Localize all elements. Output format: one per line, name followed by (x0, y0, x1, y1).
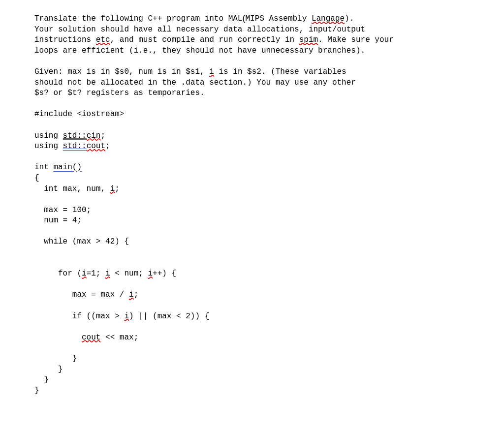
line-2: Your solution should have all necessary … (34, 25, 365, 34)
code-close4: } (34, 386, 39, 395)
code-if: if ((max > i) || (max < 2)) { (34, 312, 209, 321)
code-include: #include <iostream> (34, 110, 124, 119)
code-while: while (max > 42) { (34, 237, 129, 246)
code-using-cout: using std::cout; (34, 142, 110, 151)
line-1: Translate the following C++ program into… (34, 14, 354, 23)
code-close3: } (34, 375, 49, 384)
code-for: for (i=1; i < num; i++) { (34, 269, 176, 278)
code-num: num = 4; (34, 216, 82, 225)
code-max: max = 100; (34, 206, 91, 215)
code-using-cin: using std::cin; (34, 131, 105, 140)
given-2: should not be allocated in the .data sec… (34, 78, 356, 87)
code-close1: } (34, 354, 77, 363)
given-1: Given: max is in $s0, num is in $s1, i i… (34, 67, 346, 76)
code-div: max = max / i; (34, 290, 138, 299)
line-3: instructions etc, and must compile and r… (34, 35, 394, 44)
line-4: loops are efficient (i.e., they should n… (34, 46, 365, 55)
code-brace-open: { (34, 174, 39, 183)
given-3: $s? or $t? registers as temporaries. (34, 89, 205, 97)
code-main-decl: int main() (34, 163, 82, 172)
code-vars: int max, num, i; (34, 184, 120, 193)
document-page: Translate the following C++ program into… (0, 0, 504, 396)
code-cout: cout << max; (34, 333, 138, 342)
code-close2: } (34, 365, 63, 374)
